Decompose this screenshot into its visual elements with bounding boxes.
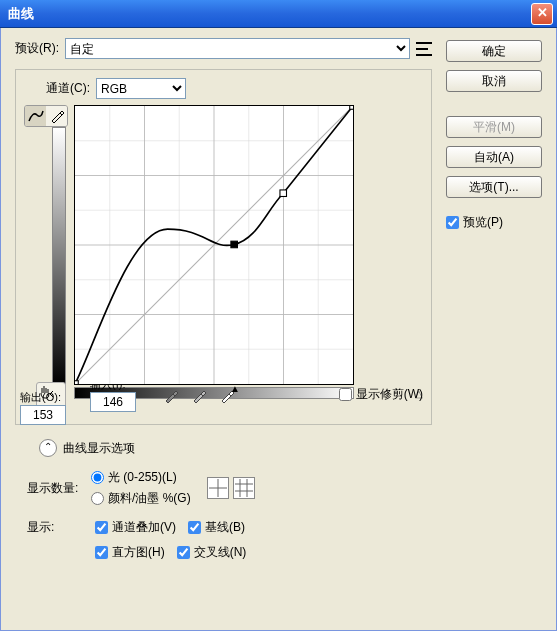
preview-label: 预览(P): [463, 214, 503, 231]
black-point-slider[interactable]: ▲: [230, 383, 240, 394]
channel-label: 通道(C):: [46, 80, 90, 97]
right-column: 确定 取消 平滑(M) 自动(A) 选项(T)... 预览(P): [446, 38, 542, 620]
preview-checkbox[interactable]: [446, 216, 459, 229]
input-input[interactable]: [90, 392, 136, 412]
cancel-button[interactable]: 取消: [446, 70, 542, 92]
window-title: 曲线: [8, 5, 531, 23]
check-baseline[interactable]: 基线(B): [188, 519, 245, 536]
preview-row: 预览(P): [446, 214, 542, 231]
channel-select[interactable]: RGB: [96, 78, 186, 99]
grid-size-icons: [207, 477, 255, 499]
collapse-toggle-icon[interactable]: ⌃: [39, 439, 57, 457]
channel-row: 通道(C): RGB: [24, 78, 423, 99]
curve-options-label: 曲线显示选项: [63, 440, 135, 457]
check-channel-overlay[interactable]: 通道叠加(V): [95, 519, 176, 536]
curve-point-mode-icon[interactable]: [25, 106, 46, 126]
eyedropper-black-icon[interactable]: [160, 384, 182, 406]
show-clipping-checkbox[interactable]: [339, 388, 352, 401]
output-gradient: [52, 127, 66, 385]
client-area: 预设(R): 自定 通道(C): RGB: [0, 28, 557, 631]
left-column: 预设(R): 自定 通道(C): RGB: [15, 38, 432, 620]
show-options-grid: 显示: 通道叠加(V) 基线(B) 直方图(H) 交叉线(N): [15, 519, 432, 561]
preset-menu-icon[interactable]: [416, 42, 432, 56]
curve-canvas[interactable]: [74, 105, 354, 385]
titlebar: 曲线 ✕: [0, 0, 557, 28]
grid-fine-icon[interactable]: [233, 477, 255, 499]
graph-left-tools: [24, 105, 70, 385]
show-label: 显示:: [27, 519, 83, 536]
smooth-button: 平滑(M): [446, 116, 542, 138]
graph-block: [24, 105, 423, 385]
auto-button[interactable]: 自动(A): [446, 146, 542, 168]
options-button[interactable]: 选项(T)...: [446, 176, 542, 198]
curve-groupbox: 通道(C): RGB: [15, 69, 432, 425]
ok-button[interactable]: 确定: [446, 40, 542, 62]
check-intersection[interactable]: 交叉线(N): [177, 544, 247, 561]
curve-point[interactable]: [350, 105, 354, 109]
preset-select[interactable]: 自定: [65, 38, 410, 59]
graph-main: [74, 105, 354, 385]
radio-pigment[interactable]: 颜料/油墨 %(G): [91, 490, 191, 507]
show-clipping-check[interactable]: 显示修剪(W): [339, 386, 423, 403]
curve-point-selected[interactable]: [231, 241, 238, 248]
display-amount-row: 显示数量: 光 (0-255)(L) 颜料/油墨 %(G): [15, 469, 432, 507]
output-input[interactable]: [20, 405, 66, 425]
curve-point[interactable]: [74, 381, 78, 385]
eyedropper-gray-icon[interactable]: [188, 384, 210, 406]
eyedropper-group: [160, 384, 238, 406]
radio-light[interactable]: 光 (0-255)(L): [91, 469, 191, 486]
preset-row: 预设(R): 自定: [15, 38, 432, 59]
preset-label: 预设(R):: [15, 40, 59, 57]
draw-mode-toggle: [24, 105, 68, 127]
check-histogram[interactable]: 直方图(H): [95, 544, 165, 561]
grid-coarse-icon[interactable]: [207, 477, 229, 499]
curve-options-row: ⌃ 曲线显示选项: [15, 439, 432, 457]
display-amount-label: 显示数量:: [27, 480, 83, 497]
pencil-mode-icon[interactable]: [46, 106, 67, 126]
output-label: 输出(O):: [20, 390, 66, 405]
close-button[interactable]: ✕: [531, 3, 553, 25]
curve-point[interactable]: [280, 190, 287, 197]
